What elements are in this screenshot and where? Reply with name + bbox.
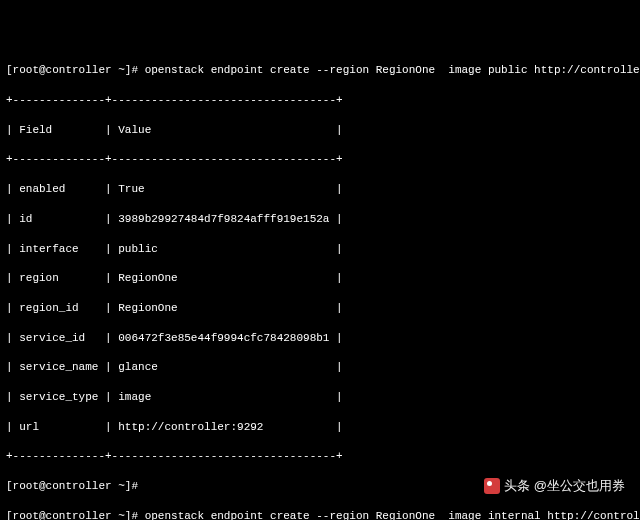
field-value: 006472f3e85e44f9994cfc78428098b1	[118, 332, 329, 344]
table-border: +--------------+------------------------…	[6, 93, 634, 108]
table-row: | service_type | image |	[6, 390, 634, 405]
field-value: image	[118, 391, 151, 403]
watermark: 头条 @坐公交也用券	[484, 477, 625, 495]
field-label: url	[19, 421, 39, 433]
field-value: http://controller:9292	[118, 421, 263, 433]
table-row: | id | 3989b29927484d7f9824afff919e152a …	[6, 212, 634, 227]
table-row: | region_id | RegionOne |	[6, 301, 634, 316]
field-value: RegionOne	[118, 302, 177, 314]
table-row: | service_id | 006472f3e85e44f9994cfc784…	[6, 331, 634, 346]
field-value: public	[118, 243, 158, 255]
table-row: | interface | public |	[6, 242, 634, 257]
shell-prompt: [root@controller ~]#	[6, 480, 138, 492]
field-value: 3989b29927484d7f9824afff919e152a	[118, 213, 329, 225]
table-header-row: | Field | Value |	[6, 123, 634, 138]
field-label: enabled	[19, 183, 65, 195]
toutiao-icon	[484, 478, 500, 494]
shell-prompt: [root@controller ~]#	[6, 64, 138, 76]
watermark-text: 头条 @坐公交也用券	[504, 477, 625, 495]
field-label: service_id	[19, 332, 85, 344]
field-value: glance	[118, 361, 158, 373]
table-row: | url | http://controller:9292 |	[6, 420, 634, 435]
field-label: service_type	[19, 391, 98, 403]
shell-prompt: [root@controller ~]#	[6, 510, 138, 520]
table-row: | region | RegionOne |	[6, 271, 634, 286]
terminal-line: [root@controller ~]# openstack endpoint …	[6, 63, 634, 78]
field-value: RegionOne	[118, 272, 177, 284]
table-row: | service_name | glance |	[6, 360, 634, 375]
field-label: service_name	[19, 361, 98, 373]
command-text: openstack endpoint create --region Regio…	[145, 64, 640, 76]
field-value: True	[118, 183, 144, 195]
table-border: +--------------+------------------------…	[6, 449, 634, 464]
field-label: region_id	[19, 302, 78, 314]
field-label: id	[19, 213, 32, 225]
col-field: Field	[19, 124, 52, 136]
terminal-line: [root@controller ~]# openstack endpoint …	[6, 509, 634, 520]
table-border: +--------------+------------------------…	[6, 152, 634, 167]
field-label: interface	[19, 243, 78, 255]
table-row: | enabled | True |	[6, 182, 634, 197]
command-text: openstack endpoint create --region Regio…	[145, 510, 640, 520]
col-value: Value	[118, 124, 151, 136]
field-label: region	[19, 272, 59, 284]
